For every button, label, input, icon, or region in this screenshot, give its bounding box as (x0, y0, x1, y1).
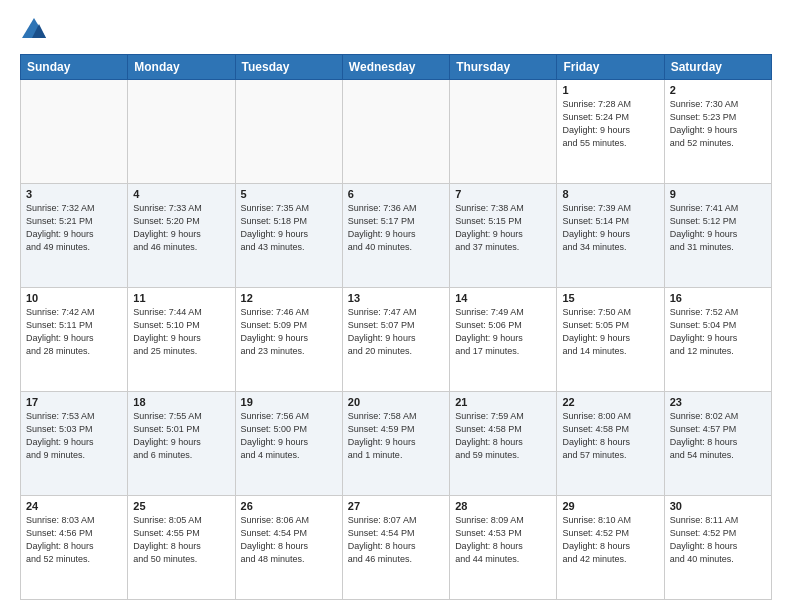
day-number: 11 (133, 292, 229, 304)
day-number: 9 (670, 188, 766, 200)
day-number: 12 (241, 292, 337, 304)
day-info: Sunrise: 7:47 AM Sunset: 5:07 PM Dayligh… (348, 306, 444, 358)
day-info: Sunrise: 7:35 AM Sunset: 5:18 PM Dayligh… (241, 202, 337, 254)
calendar-cell: 30Sunrise: 8:11 AM Sunset: 4:52 PM Dayli… (664, 496, 771, 600)
day-info: Sunrise: 7:33 AM Sunset: 5:20 PM Dayligh… (133, 202, 229, 254)
day-info: Sunrise: 7:52 AM Sunset: 5:04 PM Dayligh… (670, 306, 766, 358)
calendar-cell (342, 80, 449, 184)
calendar-week-2: 3Sunrise: 7:32 AM Sunset: 5:21 PM Daylig… (21, 184, 772, 288)
day-number: 8 (562, 188, 658, 200)
calendar-cell: 14Sunrise: 7:49 AM Sunset: 5:06 PM Dayli… (450, 288, 557, 392)
day-info: Sunrise: 8:00 AM Sunset: 4:58 PM Dayligh… (562, 410, 658, 462)
logo-icon (20, 16, 48, 44)
calendar-cell: 27Sunrise: 8:07 AM Sunset: 4:54 PM Dayli… (342, 496, 449, 600)
day-number: 15 (562, 292, 658, 304)
weekday-header-thursday: Thursday (450, 55, 557, 80)
day-info: Sunrise: 7:30 AM Sunset: 5:23 PM Dayligh… (670, 98, 766, 150)
day-info: Sunrise: 7:36 AM Sunset: 5:17 PM Dayligh… (348, 202, 444, 254)
day-number: 13 (348, 292, 444, 304)
day-number: 5 (241, 188, 337, 200)
day-info: Sunrise: 7:46 AM Sunset: 5:09 PM Dayligh… (241, 306, 337, 358)
day-info: Sunrise: 7:32 AM Sunset: 5:21 PM Dayligh… (26, 202, 122, 254)
day-number: 2 (670, 84, 766, 96)
day-info: Sunrise: 7:41 AM Sunset: 5:12 PM Dayligh… (670, 202, 766, 254)
calendar-cell: 25Sunrise: 8:05 AM Sunset: 4:55 PM Dayli… (128, 496, 235, 600)
calendar-cell: 29Sunrise: 8:10 AM Sunset: 4:52 PM Dayli… (557, 496, 664, 600)
calendar-cell: 22Sunrise: 8:00 AM Sunset: 4:58 PM Dayli… (557, 392, 664, 496)
calendar-cell (21, 80, 128, 184)
day-number: 27 (348, 500, 444, 512)
calendar-cell: 2Sunrise: 7:30 AM Sunset: 5:23 PM Daylig… (664, 80, 771, 184)
day-number: 14 (455, 292, 551, 304)
calendar-cell (235, 80, 342, 184)
calendar-week-3: 10Sunrise: 7:42 AM Sunset: 5:11 PM Dayli… (21, 288, 772, 392)
day-number: 16 (670, 292, 766, 304)
day-info: Sunrise: 7:42 AM Sunset: 5:11 PM Dayligh… (26, 306, 122, 358)
day-info: Sunrise: 7:28 AM Sunset: 5:24 PM Dayligh… (562, 98, 658, 150)
calendar-cell (128, 80, 235, 184)
day-number: 19 (241, 396, 337, 408)
weekday-header-saturday: Saturday (664, 55, 771, 80)
day-info: Sunrise: 7:53 AM Sunset: 5:03 PM Dayligh… (26, 410, 122, 462)
calendar-cell: 17Sunrise: 7:53 AM Sunset: 5:03 PM Dayli… (21, 392, 128, 496)
calendar-cell: 7Sunrise: 7:38 AM Sunset: 5:15 PM Daylig… (450, 184, 557, 288)
day-number: 3 (26, 188, 122, 200)
weekday-header-tuesday: Tuesday (235, 55, 342, 80)
weekday-header-wednesday: Wednesday (342, 55, 449, 80)
day-number: 20 (348, 396, 444, 408)
day-number: 26 (241, 500, 337, 512)
calendar-cell (450, 80, 557, 184)
day-number: 24 (26, 500, 122, 512)
day-number: 6 (348, 188, 444, 200)
day-number: 21 (455, 396, 551, 408)
calendar-cell: 26Sunrise: 8:06 AM Sunset: 4:54 PM Dayli… (235, 496, 342, 600)
logo (20, 16, 52, 44)
day-info: Sunrise: 7:50 AM Sunset: 5:05 PM Dayligh… (562, 306, 658, 358)
day-info: Sunrise: 8:03 AM Sunset: 4:56 PM Dayligh… (26, 514, 122, 566)
day-info: Sunrise: 7:56 AM Sunset: 5:00 PM Dayligh… (241, 410, 337, 462)
calendar-week-1: 1Sunrise: 7:28 AM Sunset: 5:24 PM Daylig… (21, 80, 772, 184)
header (20, 16, 772, 44)
calendar-cell: 9Sunrise: 7:41 AM Sunset: 5:12 PM Daylig… (664, 184, 771, 288)
page: SundayMondayTuesdayWednesdayThursdayFrid… (0, 0, 792, 612)
day-info: Sunrise: 7:38 AM Sunset: 5:15 PM Dayligh… (455, 202, 551, 254)
calendar-cell: 11Sunrise: 7:44 AM Sunset: 5:10 PM Dayli… (128, 288, 235, 392)
calendar-cell: 19Sunrise: 7:56 AM Sunset: 5:00 PM Dayli… (235, 392, 342, 496)
day-number: 7 (455, 188, 551, 200)
day-number: 1 (562, 84, 658, 96)
calendar-week-5: 24Sunrise: 8:03 AM Sunset: 4:56 PM Dayli… (21, 496, 772, 600)
calendar-cell: 18Sunrise: 7:55 AM Sunset: 5:01 PM Dayli… (128, 392, 235, 496)
day-number: 29 (562, 500, 658, 512)
day-info: Sunrise: 8:10 AM Sunset: 4:52 PM Dayligh… (562, 514, 658, 566)
day-info: Sunrise: 7:58 AM Sunset: 4:59 PM Dayligh… (348, 410, 444, 462)
day-info: Sunrise: 8:07 AM Sunset: 4:54 PM Dayligh… (348, 514, 444, 566)
weekday-header-friday: Friday (557, 55, 664, 80)
day-number: 25 (133, 500, 229, 512)
calendar-cell: 8Sunrise: 7:39 AM Sunset: 5:14 PM Daylig… (557, 184, 664, 288)
day-info: Sunrise: 8:05 AM Sunset: 4:55 PM Dayligh… (133, 514, 229, 566)
calendar-cell: 4Sunrise: 7:33 AM Sunset: 5:20 PM Daylig… (128, 184, 235, 288)
day-info: Sunrise: 7:44 AM Sunset: 5:10 PM Dayligh… (133, 306, 229, 358)
weekday-header-row: SundayMondayTuesdayWednesdayThursdayFrid… (21, 55, 772, 80)
calendar-cell: 15Sunrise: 7:50 AM Sunset: 5:05 PM Dayli… (557, 288, 664, 392)
day-info: Sunrise: 8:11 AM Sunset: 4:52 PM Dayligh… (670, 514, 766, 566)
calendar-cell: 1Sunrise: 7:28 AM Sunset: 5:24 PM Daylig… (557, 80, 664, 184)
calendar-cell: 6Sunrise: 7:36 AM Sunset: 5:17 PM Daylig… (342, 184, 449, 288)
calendar-cell: 13Sunrise: 7:47 AM Sunset: 5:07 PM Dayli… (342, 288, 449, 392)
day-number: 22 (562, 396, 658, 408)
day-number: 17 (26, 396, 122, 408)
day-number: 23 (670, 396, 766, 408)
calendar-table: SundayMondayTuesdayWednesdayThursdayFrid… (20, 54, 772, 600)
day-number: 10 (26, 292, 122, 304)
day-info: Sunrise: 7:39 AM Sunset: 5:14 PM Dayligh… (562, 202, 658, 254)
calendar-cell: 24Sunrise: 8:03 AM Sunset: 4:56 PM Dayli… (21, 496, 128, 600)
calendar-cell: 20Sunrise: 7:58 AM Sunset: 4:59 PM Dayli… (342, 392, 449, 496)
calendar-cell: 21Sunrise: 7:59 AM Sunset: 4:58 PM Dayli… (450, 392, 557, 496)
day-info: Sunrise: 7:55 AM Sunset: 5:01 PM Dayligh… (133, 410, 229, 462)
calendar-cell: 28Sunrise: 8:09 AM Sunset: 4:53 PM Dayli… (450, 496, 557, 600)
calendar-week-4: 17Sunrise: 7:53 AM Sunset: 5:03 PM Dayli… (21, 392, 772, 496)
weekday-header-monday: Monday (128, 55, 235, 80)
day-info: Sunrise: 8:09 AM Sunset: 4:53 PM Dayligh… (455, 514, 551, 566)
day-info: Sunrise: 7:59 AM Sunset: 4:58 PM Dayligh… (455, 410, 551, 462)
day-number: 30 (670, 500, 766, 512)
